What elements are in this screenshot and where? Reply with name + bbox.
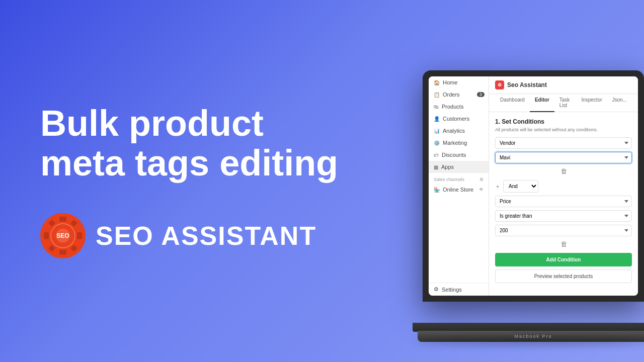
sidebar-nav-orders[interactable]: 📋 Orders 3 xyxy=(429,88,489,101)
sales-channels-section: Sales channels ⚙ xyxy=(429,173,489,184)
hero-title: Bulk product meta tags editing xyxy=(40,104,352,183)
sidebar-nav-apps[interactable]: ▦ Apps xyxy=(429,161,489,173)
tab-json[interactable]: Json... xyxy=(607,94,632,112)
app-icon: ⚙ xyxy=(495,80,504,89)
condition1-delete-row: 🗑 xyxy=(495,166,632,176)
sidebar-nav-settings[interactable]: ⚙ Settings xyxy=(429,283,489,296)
laptop-screen-inner: 🏠 Home 📋 Orders 3 🛍 Products 👤 Cus xyxy=(429,76,638,296)
tab-inspector[interactable]: Inspector xyxy=(576,94,607,112)
condition1-type-select[interactable]: Vendor xyxy=(495,137,632,149)
customers-icon: 👤 xyxy=(434,116,440,122)
brand-row: SEO SEO ASSISTANT xyxy=(40,213,352,258)
condition2-type-select[interactable]: Price xyxy=(495,196,632,207)
condition1-value-select[interactable]: Mavi xyxy=(495,152,632,163)
svg-text:SEO: SEO xyxy=(56,232,69,239)
sidebar-nav-discounts[interactable]: 🏷 Discounts xyxy=(429,149,489,161)
settings-icon: ⚙ xyxy=(434,286,439,293)
sidebar-nav-customers[interactable]: 👤 Customers xyxy=(429,113,489,125)
brand-name: SEO ASSISTANT xyxy=(96,221,316,251)
condition2-delete-button[interactable]: 🗑 xyxy=(557,239,570,249)
app-title: Seo Assistant xyxy=(507,81,547,88)
tab-editor[interactable]: Editor xyxy=(530,94,554,112)
eye-icon: 👁 xyxy=(479,187,484,192)
laptop-screen-outer: 🏠 Home 📋 Orders 3 🛍 Products 👤 Cus xyxy=(423,70,644,302)
sidebar-nav-marketing[interactable]: ⚙️ Marketing xyxy=(429,137,489,149)
plus-icon[interactable]: ⚙ xyxy=(479,177,484,182)
marketing-icon: ⚙️ xyxy=(434,140,440,146)
and-select[interactable]: And xyxy=(503,180,538,193)
and-row: ＋ And xyxy=(495,180,632,193)
step-desc: All products will be selected without an… xyxy=(495,127,632,132)
tab-dashboard[interactable]: Dashboard xyxy=(495,94,530,112)
svg-rect-0 xyxy=(59,217,66,222)
preview-button[interactable]: Preview selected products xyxy=(495,269,632,283)
sidebar-nav-home[interactable]: 🏠 Home xyxy=(429,76,489,88)
orders-icon: 📋 xyxy=(434,92,440,98)
discounts-icon: 🏷 xyxy=(434,152,439,158)
svg-rect-3 xyxy=(77,232,82,239)
condition1-delete-button[interactable]: 🗑 xyxy=(557,166,570,176)
sidebar-nav-analytics[interactable]: 📊 Analytics xyxy=(429,125,489,137)
condition1-type-row: Vendor xyxy=(495,137,632,149)
laptop-mockup: 🏠 Home 📋 Orders 3 🛍 Products 👤 Cus xyxy=(413,70,644,362)
condition2-group: ＋ And Price Is greater th xyxy=(495,180,632,249)
home-icon: 🏠 xyxy=(434,80,440,85)
tab-task-list[interactable]: Task List xyxy=(554,94,577,112)
condition2-delete-row: 🗑 xyxy=(495,239,632,249)
orders-badge: 3 xyxy=(477,92,485,97)
store-icon: 🏪 xyxy=(434,187,440,193)
add-condition-button[interactable]: Add Condition xyxy=(495,253,632,266)
products-icon: 🛍 xyxy=(434,104,439,110)
svg-rect-1 xyxy=(59,250,66,255)
step-title: 1. Set Conditions xyxy=(495,118,632,125)
app-tabs: Dashboard Editor Task List Inspector Jso… xyxy=(489,94,638,112)
hero-section: Bulk product meta tags editing xyxy=(40,104,352,258)
macbook-label: Macbook Pro xyxy=(514,334,552,339)
app-header: ⚙ Seo Assistant xyxy=(489,76,638,94)
gear-icon: SEO xyxy=(43,216,83,256)
condition2-comparator-row: Is greater than xyxy=(495,210,632,222)
analytics-icon: 📊 xyxy=(434,128,440,134)
apps-icon: ▦ xyxy=(434,164,438,170)
editor-content: 1. Set Conditions All products will be s… xyxy=(489,112,638,296)
condition2-value-row: 200 xyxy=(495,225,632,236)
app-sidebar: 🏠 Home 📋 Orders 3 🛍 Products 👤 Cus xyxy=(429,76,489,296)
condition1-value-row: Mavi xyxy=(495,152,632,163)
sidebar-nav-products[interactable]: 🛍 Products xyxy=(429,101,489,113)
condition2-number-select[interactable]: 200 xyxy=(495,225,632,236)
app-main: ⚙ Seo Assistant Dashboard Editor Task Li… xyxy=(489,76,638,296)
svg-rect-2 xyxy=(44,232,49,239)
condition2-comparator-select[interactable]: Is greater than xyxy=(495,210,632,222)
laptop-shadow xyxy=(415,338,644,344)
plus-and-icon: ＋ xyxy=(495,180,500,193)
brand-logo: SEO xyxy=(40,213,86,258)
condition2-type-row: Price xyxy=(495,196,632,207)
sidebar-nav-online-store[interactable]: 🏪 Online Store 👁 xyxy=(429,184,489,196)
